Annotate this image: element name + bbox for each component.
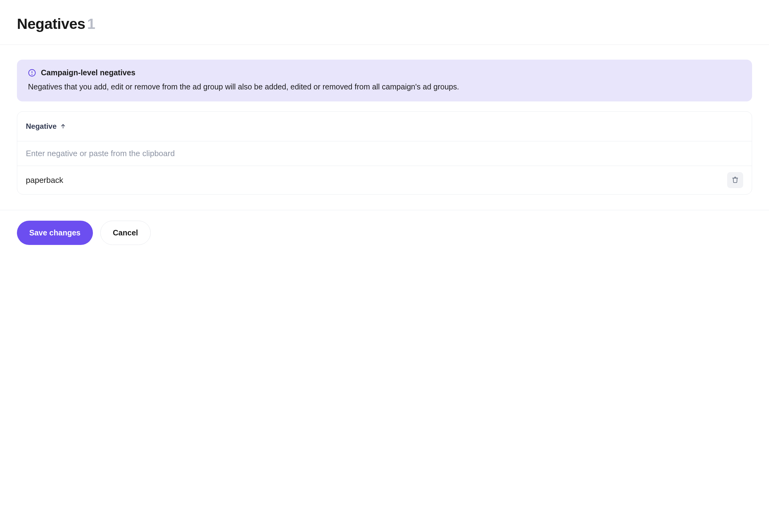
svg-point-2 [32,74,32,74]
page-title: Negatives1 [17,15,752,45]
input-row [17,141,752,166]
info-title: Campaign-level negatives [41,68,135,77]
negative-value: paperback [26,175,63,185]
save-button[interactable]: Save changes [17,221,93,245]
page-title-text: Negatives [17,16,85,32]
trash-icon [732,176,739,184]
table-header[interactable]: Negative [17,112,752,141]
delete-button[interactable] [727,172,743,188]
negatives-count: 1 [87,16,95,32]
table-row: paperback [17,166,752,194]
info-body: Negatives that you add, edit or remove f… [28,81,741,92]
alert-circle-icon [28,69,36,77]
negative-input[interactable] [26,149,743,158]
footer-actions: Save changes Cancel [0,210,769,255]
negatives-table: Negative paperback [17,111,752,195]
column-negative-label: Negative [26,122,57,131]
arrow-up-icon [60,124,66,129]
cancel-button[interactable]: Cancel [100,221,151,245]
info-banner: Campaign-level negatives Negatives that … [17,60,752,101]
